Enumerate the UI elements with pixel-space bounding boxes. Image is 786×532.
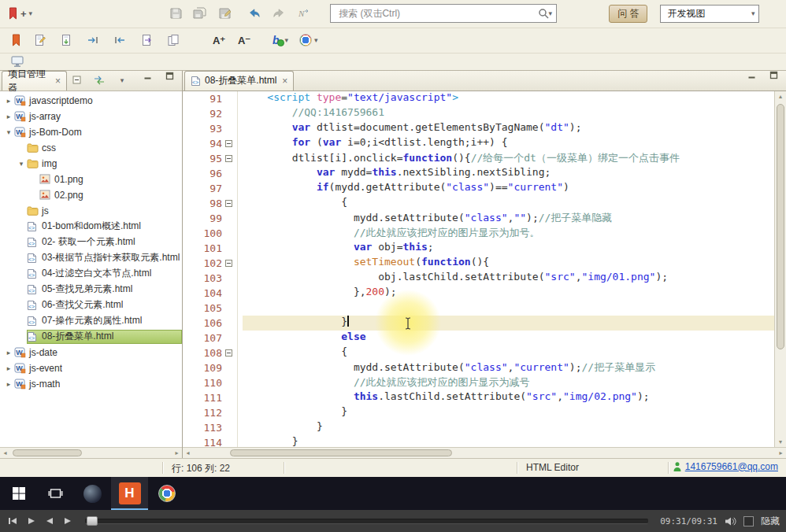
code-line[interactable]: mydd.setAttribute("class","");//把子菜单隐藏: [243, 211, 774, 226]
tab-project-explorer[interactable]: 项目管理器 ×: [2, 71, 67, 91]
tree-item-content[interactable]: img: [27, 157, 182, 171]
code-line[interactable]: else: [243, 331, 774, 345]
code-line[interactable]: obj.lastChild.setAttribute("src","img/01…: [243, 271, 774, 286]
view-menu-button[interactable]: ▾: [113, 74, 132, 87]
fold-marker-icon[interactable]: [225, 200, 237, 207]
editor-hscrollbar[interactable]: ◂ ▸: [183, 447, 786, 458]
edit-doc-button[interactable]: [30, 30, 49, 50]
doc-forward-button[interactable]: [137, 30, 156, 50]
tree-item[interactable]: ▾Wjs-Bom-Dom: [0, 124, 182, 140]
tree-expander-icon[interactable]: ▸: [3, 364, 14, 372]
jump-out-button[interactable]: [110, 30, 129, 50]
scroll-right-icon[interactable]: ▸: [172, 448, 182, 458]
tree-item-content[interactable]: <>04-过滤空白文本节点.html: [27, 267, 182, 281]
vscroll-thumb[interactable]: [777, 104, 784, 349]
new-file-button[interactable]: + ▾: [6, 3, 34, 24]
tree-item[interactable]: 01.png: [0, 172, 182, 187]
fold-marker-icon[interactable]: [225, 260, 237, 267]
tree-item-content[interactable]: Wjs-math: [14, 377, 182, 391]
scroll-right-icon[interactable]: ▸: [776, 448, 786, 458]
import-doc-button[interactable]: [57, 30, 76, 50]
tree-item[interactable]: <>05-查找兄弟元素.html: [0, 282, 182, 297]
code-line[interactable]: },200);: [243, 286, 774, 301]
tree-item-content[interactable]: Wjs-date: [14, 345, 182, 360]
link-with-editor-button[interactable]: [90, 74, 109, 87]
scroll-left-icon[interactable]: ◂: [183, 448, 193, 458]
maximize-editor-button[interactable]: [764, 65, 783, 86]
tree-expander-icon[interactable]: ▸: [3, 380, 14, 388]
close-icon[interactable]: ×: [282, 76, 287, 87]
tree-item[interactable]: <>06-查找父元素.html: [0, 297, 182, 313]
code-area[interactable]: <script type="text/javascript"> //QQ:141…: [238, 91, 774, 447]
code-line[interactable]: setTimeout(function(){: [243, 256, 774, 271]
search-icon[interactable]: [538, 8, 549, 19]
tree-item[interactable]: ▸Wjs-math: [0, 376, 182, 392]
playback-slider-thumb[interactable]: [87, 516, 98, 526]
tree-item[interactable]: <>07-操作元素的属性.html: [0, 313, 182, 329]
save-as-button[interactable]: [215, 3, 234, 24]
play-button[interactable]: [26, 517, 37, 525]
hide-checkbox[interactable]: [743, 516, 754, 526]
tree-item-content[interactable]: <>06-查找父元素.html: [27, 298, 182, 312]
tree-item-content[interactable]: Wjs-array: [14, 109, 182, 124]
search-options-chevron-icon[interactable]: ▾: [549, 9, 553, 17]
previous-button[interactable]: [44, 517, 55, 525]
hbuilder-app-button[interactable]: H: [111, 477, 148, 510]
tree-item[interactable]: ▸Wjavascriptdemo: [0, 93, 182, 109]
redo-button[interactable]: [269, 3, 288, 24]
font-increase-button[interactable]: A⁺: [209, 30, 228, 50]
tree-item-content[interactable]: js: [27, 204, 182, 218]
code-line[interactable]: this.lastChild.setAttribute("src","img/0…: [243, 390, 774, 405]
tree-item[interactable]: <>04-过滤空白文本节点.html: [0, 266, 182, 282]
save-button[interactable]: [166, 3, 185, 24]
copy-doc-button[interactable]: [164, 30, 183, 50]
code-line[interactable]: dtlist[i].onclick=function(){//给每一个dt（一级…: [243, 151, 774, 166]
tree-expander-icon[interactable]: ▸: [3, 113, 14, 120]
code-line[interactable]: if(mydd.getAttribute("class")=="current"…: [243, 181, 774, 196]
tree-expander-icon[interactable]: ▾: [3, 128, 14, 136]
code-line[interactable]: //此处就应该把对应的图片显示为减号: [243, 375, 774, 390]
minimize-panel-button[interactable]: [138, 66, 157, 87]
chevron-down-icon[interactable]: ▾: [285, 36, 289, 44]
collapse-all-button[interactable]: [67, 74, 86, 87]
run-in-builtin-browser-button[interactable]: b ▾: [271, 30, 290, 50]
chevron-down-icon[interactable]: ▾: [314, 36, 318, 44]
code-line[interactable]: mydd.setAttribute("class","current");//把…: [243, 360, 774, 375]
fold-marker-icon[interactable]: [225, 155, 237, 162]
font-decrease-button[interactable]: A⁻: [235, 30, 254, 50]
tree-item-content[interactable]: <>08-折叠菜单.html: [27, 330, 182, 344]
hscroll-thumb[interactable]: [13, 449, 82, 456]
code-line[interactable]: {: [243, 196, 774, 211]
gutter[interactable]: 9192939495969798991001011021031041051061…: [183, 91, 238, 447]
code-line[interactable]: //此处就应该把对应的图片显示为加号。: [243, 226, 774, 241]
code-line[interactable]: }: [243, 405, 774, 420]
tree-item-content[interactable]: <>07-操作元素的属性.html: [27, 314, 182, 328]
code-line[interactable]: [243, 301, 774, 316]
hscroll-thumb[interactable]: [230, 449, 452, 456]
volume-icon[interactable]: [725, 516, 736, 526]
search-input[interactable]: [337, 7, 537, 20]
skip-to-start-button[interactable]: [6, 517, 19, 525]
close-icon[interactable]: ×: [55, 76, 61, 87]
tree-item[interactable]: ▸Wjs-array: [0, 109, 182, 124]
code-line[interactable]: var obj=this;: [243, 241, 774, 256]
code-line[interactable]: }: [243, 435, 774, 447]
tree-item-content[interactable]: Wjs-Bom-Dom: [14, 125, 182, 139]
editor-vscrollbar[interactable]: ▴ ▾: [774, 91, 786, 447]
tree-item[interactable]: <>01-bom和dom概述.html: [0, 219, 182, 235]
tree-expander-icon[interactable]: ▸: [3, 349, 14, 357]
browser-app-button[interactable]: [74, 477, 111, 510]
next-button[interactable]: [62, 517, 73, 525]
bookmark-button[interactable]: [6, 30, 25, 50]
code-line[interactable]: }: [243, 316, 774, 331]
tree-item[interactable]: ▸Wjs-event: [0, 360, 182, 376]
tree-item-content[interactable]: Wjavascriptdemo: [14, 94, 182, 108]
tree-item[interactable]: 02.png: [0, 187, 182, 203]
code-line[interactable]: <script type="text/javascript">: [243, 91, 774, 106]
start-button[interactable]: [0, 477, 37, 510]
tree-item[interactable]: ▸Wjs-date: [0, 345, 182, 360]
save-all-button[interactable]: [191, 3, 209, 24]
tree-item[interactable]: js: [0, 203, 182, 219]
tab-editor-file[interactable]: <> 08-折叠菜单.html ×: [184, 71, 294, 91]
tree-item[interactable]: <>03-根据节点指针来获取元素.html: [0, 250, 182, 266]
